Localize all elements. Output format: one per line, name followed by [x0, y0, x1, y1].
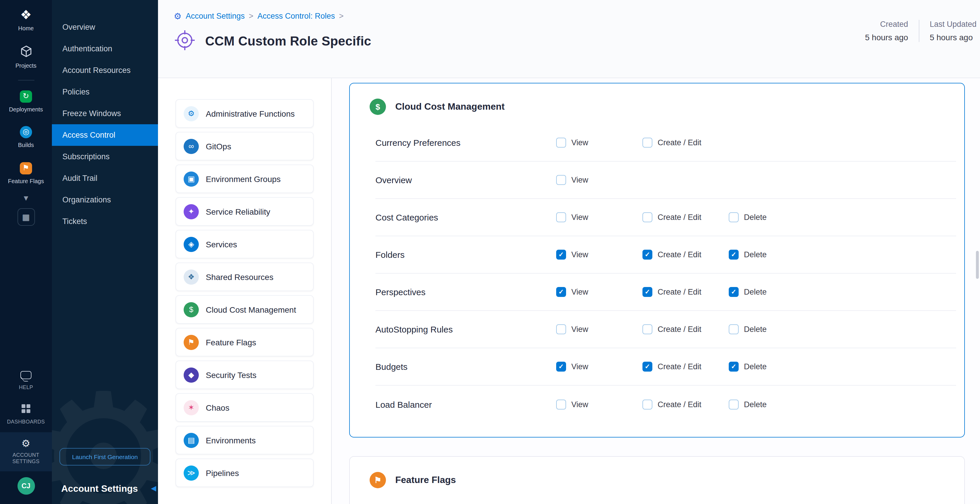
checkbox-create-edit[interactable] [643, 212, 652, 222]
nav-builds[interactable]: ◎ Builds [0, 120, 52, 155]
checkbox-create-edit[interactable] [643, 362, 652, 372]
checkbox-delete[interactable] [729, 212, 739, 222]
checkbox-label: Create / Edit [658, 362, 702, 371]
permission-row-budgets: BudgetsViewCreate / EditDelete [375, 348, 956, 386]
feature-flags-icon: ⚑ [370, 472, 386, 488]
resource-item-environments[interactable]: ▤Environments [175, 426, 313, 455]
resource-item-gitops[interactable]: ∞GitOps [175, 132, 313, 160]
breadcrumb-roles[interactable]: Access Control: Roles [258, 12, 335, 21]
checkbox-create-edit[interactable] [643, 250, 652, 260]
permission-cell: Create / Edit [643, 399, 729, 409]
resource-label: Administrative Functions [206, 109, 295, 118]
nav-deployments[interactable]: ↻ Deployments [0, 84, 52, 120]
nav-home[interactable]: ❖ Home [0, 2, 52, 39]
service-reliability-icon: ✦ [184, 204, 199, 219]
sidebar-item-overview[interactable]: Overview [52, 16, 158, 38]
main-content: ⚙ Account Settings > Access Control: Rol… [158, 0, 980, 504]
checkbox-label: View [571, 250, 588, 259]
checkbox-label: View [571, 175, 588, 184]
resource-label: GitOps [206, 142, 231, 151]
permissions-panel: $ Cloud Cost Management Currency Prefere… [332, 78, 980, 504]
sidebar-item-organizations[interactable]: Organizations [52, 189, 158, 211]
pipelines-icon: ≫ [184, 465, 199, 480]
sidebar-item-account-resources[interactable]: Account Resources [52, 59, 158, 81]
sidebar-item-freeze-windows[interactable]: Freeze Windows [52, 103, 158, 124]
resource-item-service-reliability[interactable]: ✦Service Reliability [175, 197, 313, 226]
resource-item-pipelines[interactable]: ≫Pipelines [175, 458, 313, 487]
permission-rows: Currency PreferencesViewCreate / EditOve… [350, 124, 964, 423]
checkbox-view[interactable] [556, 324, 566, 334]
created-block: Created 5 hours ago [854, 20, 918, 42]
checkbox-delete[interactable] [729, 324, 739, 334]
checkbox-view[interactable] [556, 175, 566, 185]
resource-item-chaos[interactable]: ✶Chaos [175, 393, 313, 422]
dashboards-grid-icon [21, 404, 31, 416]
resource-item-feature-flags[interactable]: ⚑Feature Flags [175, 328, 313, 356]
app-root: ❖ Home Projects ↻ Deployments ◎ Builds ⚑… [0, 0, 980, 504]
sidebar-item-audit-trail[interactable]: Audit Trail [52, 167, 158, 189]
permission-cell: Delete [729, 212, 815, 222]
nav-feature-flags-label: Feature Flags [8, 178, 44, 185]
checkbox-view[interactable] [556, 399, 566, 409]
permission-resource-label: Load Balancer [375, 399, 556, 409]
created-value: 5 hours ago [865, 33, 908, 42]
checkbox-create-edit[interactable] [643, 324, 652, 334]
resource-item-security-tests[interactable]: ◆Security Tests [175, 360, 313, 389]
settings-sidebar: ⚙ OverviewAuthenticationAccount Resource… [52, 0, 158, 504]
permissions-section-title: Cloud Cost Management [395, 102, 504, 112]
nav-account-settings[interactable]: ⚙ ACCOUNT SETTINGS [0, 432, 52, 471]
sidebar-title: Account Settings [61, 483, 138, 494]
permission-cell: View [556, 399, 643, 409]
checkbox-view[interactable] [556, 250, 566, 260]
permission-cell: View [556, 212, 643, 222]
services-icon: ◈ [184, 236, 199, 252]
sidebar-item-access-control[interactable]: Access Control [52, 124, 158, 146]
rail-divider [18, 80, 34, 80]
sidebar-item-subscriptions[interactable]: Subscriptions [52, 146, 158, 167]
builds-icon: ◎ [20, 126, 32, 138]
resource-item-services[interactable]: ◈Services [175, 230, 313, 258]
sidebar-item-authentication[interactable]: Authentication [52, 38, 158, 59]
resource-item-administrative-functions[interactable]: ⚙Administrative Functions [175, 99, 313, 128]
breadcrumb-separator: > [249, 12, 254, 21]
checkbox-view[interactable] [556, 362, 566, 372]
checkbox-view[interactable] [556, 287, 566, 297]
checkbox-create-edit[interactable] [643, 287, 652, 297]
checkbox-delete[interactable] [729, 287, 739, 297]
sidebar-item-tickets[interactable]: Tickets [52, 211, 158, 232]
checkbox-delete[interactable] [729, 399, 739, 409]
permission-resource-label: Overview [375, 175, 556, 185]
resource-item-cloud-cost-management[interactable]: $Cloud Cost Management [175, 295, 313, 324]
sidebar-item-policies[interactable]: Policies [52, 81, 158, 103]
checkbox-label: Create / Edit [658, 138, 702, 147]
user-avatar[interactable]: CJ [17, 477, 35, 494]
permission-cells: ViewCreate / EditDelete [556, 287, 815, 297]
checkbox-label: View [571, 362, 588, 371]
checkbox-delete[interactable] [729, 250, 739, 260]
checkbox-delete[interactable] [729, 362, 739, 372]
checkbox-create-edit[interactable] [643, 138, 652, 148]
checkbox-label: View [571, 287, 588, 296]
checkbox-view[interactable] [556, 212, 566, 222]
checkbox-label: Delete [744, 213, 767, 222]
nav-feature-flags[interactable]: ⚑ Feature Flags [0, 155, 52, 191]
collapse-sidebar-button[interactable]: ◀ [151, 484, 156, 492]
breadcrumb-account-settings[interactable]: Account Settings [186, 12, 245, 21]
gitops-icon: ∞ [184, 139, 199, 154]
role-target-icon [174, 29, 196, 54]
checkbox-create-edit[interactable] [643, 399, 652, 409]
resource-item-environment-groups[interactable]: ▣Environment Groups [175, 164, 313, 193]
checkbox-view[interactable] [556, 138, 566, 148]
launch-first-generation-button[interactable]: Launch First Generation [59, 448, 150, 466]
resource-label: Cloud Cost Management [206, 305, 296, 314]
resource-item-shared-resources[interactable]: ❖Shared Resources [175, 263, 313, 291]
module-rail: ❖ Home Projects ↻ Deployments ◎ Builds ⚑… [0, 0, 52, 504]
deployments-icon: ↻ [20, 90, 32, 102]
nav-help[interactable]: HELP [0, 365, 52, 397]
scrollbar-thumb[interactable] [976, 251, 979, 279]
nav-dashboards[interactable]: DASHBOARDS [0, 397, 52, 432]
module-browser-button[interactable]: ▦ [17, 208, 35, 226]
nav-projects[interactable]: Projects [0, 39, 52, 76]
chevron-down-icon[interactable]: ▼ [22, 191, 30, 205]
permission-resource-label: Budgets [375, 362, 556, 372]
